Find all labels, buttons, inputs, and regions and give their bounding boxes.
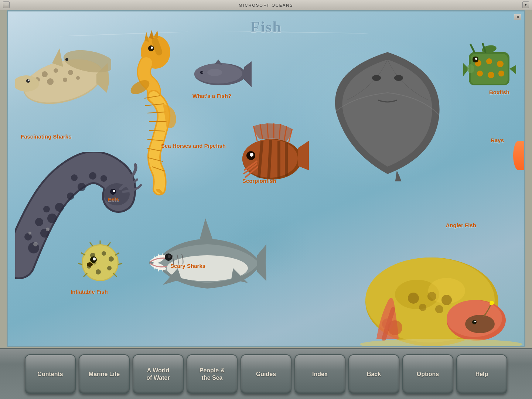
svg-point-49 (498, 71, 504, 76)
svg-point-7 (63, 78, 67, 82)
svg-point-51 (475, 58, 477, 60)
inflatable-fish-label[interactable]: Inflatable Fish (71, 289, 108, 295)
svg-point-98 (102, 251, 106, 256)
svg-point-144 (474, 321, 476, 322)
svg-point-124 (168, 255, 171, 258)
svg-line-105 (108, 242, 110, 246)
svg-point-37 (202, 72, 203, 73)
svg-point-91 (28, 232, 31, 235)
svg-point-84 (43, 206, 50, 212)
great-white-shark-image (148, 211, 266, 314)
nav-marine-life[interactable]: Marine Life (79, 354, 130, 394)
nav-guides[interactable]: Guides (241, 354, 291, 394)
boxfish-image (461, 41, 517, 108)
svg-point-85 (78, 183, 86, 191)
ray-image (325, 41, 450, 181)
nav-people-sea[interactable]: People &the Sea (187, 354, 238, 394)
scroll-button[interactable]: ▼ (522, 1, 529, 8)
svg-point-80 (47, 214, 57, 223)
svg-point-4 (68, 70, 73, 75)
svg-point-93 (110, 189, 116, 195)
svg-point-99 (109, 256, 114, 262)
svg-point-83 (67, 192, 74, 200)
eels-label[interactable]: Eels (108, 196, 119, 203)
svg-line-56 (471, 45, 474, 52)
svg-point-87 (89, 172, 96, 180)
shark-top-image (15, 41, 111, 115)
minimize-button[interactable]: — (3, 1, 10, 8)
nav-options[interactable]: Options (402, 354, 453, 394)
sea-horses-label[interactable]: Sea Horses and Pipefish (161, 143, 226, 149)
svg-point-141 (382, 318, 393, 330)
svg-point-6 (47, 78, 54, 85)
nav-bar: Contents Marine Life A Worldof Water Peo… (0, 348, 532, 399)
svg-point-82 (55, 203, 64, 212)
svg-point-45 (486, 58, 492, 64)
svg-point-15 (65, 58, 68, 61)
scary-sharks-label[interactable]: Scary Sharks (170, 263, 205, 269)
small-fish-top-image (192, 59, 252, 89)
svg-point-48 (488, 72, 494, 78)
nav-help[interactable]: Help (456, 354, 507, 394)
fascinating-sharks-label[interactable]: Fascinating Sharks (21, 133, 72, 140)
close-button[interactable]: ✕ (514, 14, 521, 20)
svg-marker-20 (144, 32, 149, 42)
svg-point-133 (408, 293, 419, 304)
svg-marker-39 (215, 59, 222, 65)
svg-marker-54 (509, 65, 516, 74)
boxfish-label[interactable]: Boxfish (489, 89, 509, 96)
app-title: MICROSOFT OCEANS (239, 3, 293, 7)
page-title: Fish (250, 18, 282, 36)
ocean-background: ✕ Fish (8, 11, 524, 346)
whats-a-fish-label[interactable]: What's a Fish? (192, 93, 231, 99)
svg-point-142 (465, 315, 495, 333)
svg-marker-128 (257, 244, 266, 281)
title-bar: — MICROSOFT OCEANS ▼ (0, 0, 532, 10)
svg-point-72 (250, 153, 253, 157)
svg-marker-38 (244, 61, 252, 87)
svg-point-90 (46, 228, 50, 231)
svg-point-2 (42, 71, 48, 77)
svg-marker-21 (149, 30, 154, 39)
svg-point-13 (28, 79, 30, 81)
nav-world-of-water[interactable]: A Worldof Water (133, 354, 184, 394)
svg-point-143 (472, 320, 477, 324)
rays-label[interactable]: Rays (491, 137, 504, 144)
svg-point-114 (93, 258, 96, 260)
svg-point-145 (490, 301, 494, 305)
nav-contents[interactable]: Contents (25, 354, 76, 394)
svg-point-88 (100, 175, 107, 182)
svg-point-135 (441, 295, 452, 305)
pufferfish-image (78, 241, 126, 285)
svg-point-100 (107, 266, 112, 270)
svg-point-134 (427, 292, 436, 301)
svg-point-5 (76, 76, 80, 80)
nav-index[interactable]: Index (294, 354, 345, 394)
svg-point-41 (394, 75, 403, 81)
svg-point-136 (419, 304, 426, 311)
svg-point-94 (113, 190, 115, 192)
svg-point-35 (207, 69, 222, 76)
svg-point-40 (372, 75, 381, 81)
nav-back[interactable]: Back (348, 354, 399, 394)
svg-point-19 (151, 47, 153, 49)
svg-point-46 (497, 61, 504, 67)
svg-point-55 (467, 64, 474, 73)
svg-rect-63 (285, 143, 288, 176)
svg-point-3 (54, 68, 58, 73)
right-edge-fish (513, 141, 524, 170)
svg-marker-76 (298, 141, 309, 170)
angler-fish-label[interactable]: Angler Fish (446, 222, 476, 229)
scorpionfish-label[interactable]: Scorpionfish (242, 178, 276, 184)
svg-marker-125 (200, 218, 213, 240)
svg-point-89 (33, 242, 38, 246)
svg-line-106 (90, 242, 93, 246)
svg-point-47 (477, 71, 483, 76)
svg-marker-22 (154, 31, 158, 38)
main-window: ✕ Fish (7, 10, 525, 347)
svg-point-86 (71, 174, 78, 181)
svg-point-137 (435, 305, 443, 313)
svg-point-101 (96, 269, 101, 274)
svg-point-12 (26, 79, 30, 83)
svg-point-115 (87, 262, 93, 267)
